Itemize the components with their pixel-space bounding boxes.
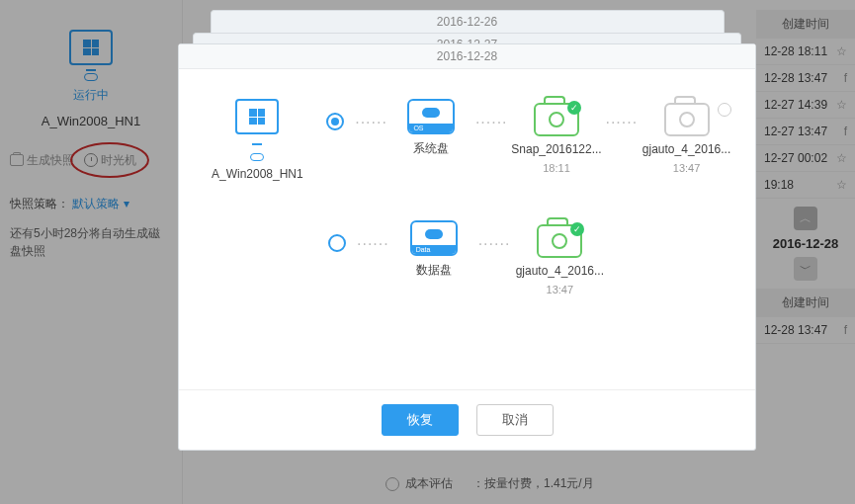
monitor-stand-icon xyxy=(252,142,262,145)
modal-footer: 恢复 取消 xyxy=(179,389,755,450)
radio-unselected-icon xyxy=(328,234,346,252)
snapshot-row: Data 数据盘 ✓ gjauto_4_2016... 13:47 xyxy=(199,220,735,295)
snapshot-time: 18:11 xyxy=(543,162,570,174)
camera-icon: ✓ xyxy=(534,103,579,136)
disk-icon: OS xyxy=(407,99,455,134)
time-machine-modal: 2016-12-28 A_Win2008_HN1 OS 系统盘 xyxy=(178,43,756,451)
modal-date-header: 2016-12-28 xyxy=(179,44,755,69)
disk-node: OS 系统盘 xyxy=(387,99,475,157)
snapshot-time: 13:47 xyxy=(547,284,574,295)
radio-unselected-icon[interactable] xyxy=(718,103,731,117)
camera-icon: ✓ xyxy=(537,224,582,258)
vm-node-label: A_Win2008_HN1 xyxy=(212,167,303,181)
disk-icon: Data xyxy=(410,220,458,256)
snapshot-node[interactable]: gjauto_4_2016... 13:47 xyxy=(638,99,735,174)
disk-label: 数据盘 xyxy=(416,262,452,279)
selector-node[interactable] xyxy=(317,220,357,252)
snapshot-node[interactable]: ✓ gjauto_4_2016... 13:47 xyxy=(510,220,609,295)
vm-node: A_Win2008_HN1 xyxy=(199,99,316,181)
restore-button[interactable]: 恢复 xyxy=(382,404,459,436)
disk-node: Data 数据盘 xyxy=(389,220,478,279)
dots-connector xyxy=(478,220,511,268)
windows-icon xyxy=(249,109,265,125)
cancel-button[interactable]: 取消 xyxy=(476,404,554,436)
date-tab[interactable]: 2016-12-26 xyxy=(211,10,725,33)
snapshot-name: gjauto_4_2016... xyxy=(516,264,604,278)
dots-connector xyxy=(605,99,638,146)
camera-icon xyxy=(664,103,710,136)
snapshot-row: A_Win2008_HN1 OS 系统盘 ✓ Snap_2016122... 1… xyxy=(199,99,735,181)
monitor-icon xyxy=(235,99,279,134)
disk-label: 系统盘 xyxy=(413,140,449,157)
snapshot-name: gjauto_4_2016... xyxy=(642,142,730,156)
dots-connector xyxy=(475,99,508,146)
selector-node[interactable] xyxy=(316,99,356,130)
snapshot-name: Snap_2016122... xyxy=(511,142,601,156)
check-badge-icon: ✓ xyxy=(570,222,584,236)
modal-body: A_Win2008_HN1 OS 系统盘 ✓ Snap_2016122... 1… xyxy=(179,69,755,389)
snapshot-time: 13:47 xyxy=(673,162,701,174)
check-badge-icon: ✓ xyxy=(567,101,581,115)
snapshot-node[interactable]: ✓ Snap_2016122... 18:11 xyxy=(508,99,606,174)
cloud-icon xyxy=(250,153,264,161)
dots-connector xyxy=(355,99,387,146)
radio-selected-icon xyxy=(326,113,344,130)
dots-connector xyxy=(357,220,389,268)
